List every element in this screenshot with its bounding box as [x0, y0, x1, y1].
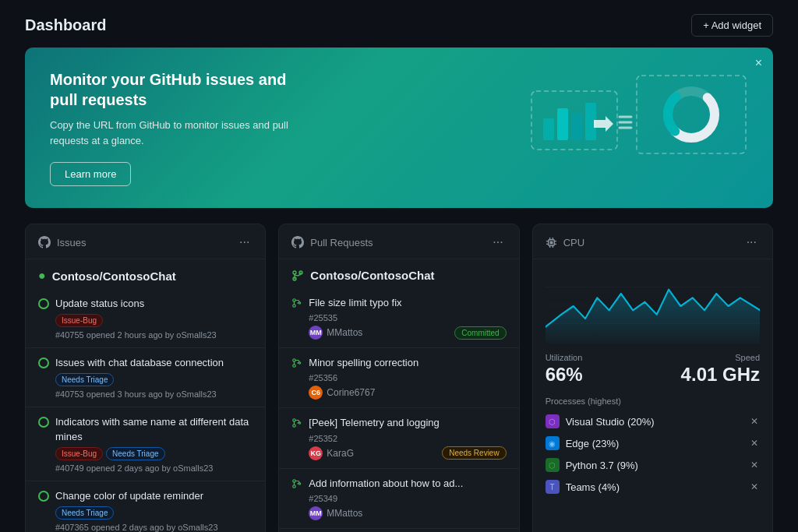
learn-more-button[interactable]: Learn more [50, 162, 131, 186]
pr-user: MM MMattos [309, 506, 362, 520]
issue-title: Update status icons [55, 297, 144, 311]
cpu-process-name-teams: Teams (4%) [566, 481, 743, 493]
pr-widget-menu-button[interactable]: ··· [489, 234, 506, 251]
pr-title-row: Add information about how to ad... [291, 477, 506, 491]
pr-title: File size limit typo fix [309, 296, 401, 310]
banner-svg [493, 68, 757, 188]
cpu-speed: Speed 4.01 GHz [681, 353, 760, 386]
utilization-value: 66% [546, 364, 583, 386]
issue-tags: Issue-Bug [55, 314, 252, 327]
pr-title: Minor spelling correction [309, 356, 418, 370]
issues-widget-label-group: Issues [38, 236, 87, 248]
pr-user: KG KaraG [309, 446, 354, 460]
cpu-process-name-python: Python 3.7 (9%) [566, 460, 743, 471]
cpu-process-name-edge: Edge (23%) [566, 438, 743, 449]
issues-widget-menu-button[interactable]: ··· [236, 234, 252, 251]
banner: Monitor your GitHub issues and pull requ… [25, 48, 773, 208]
cpu-process-edge: ◉ Edge (23%) ✕ [533, 432, 772, 454]
pr-item-4: Add information about how to ad... #2534… [279, 469, 518, 529]
tag-triage: Needs Triage [55, 373, 114, 386]
issues-widget-title: Issues [57, 237, 87, 248]
pr-title: [Peek] Telemetry and logging [309, 416, 439, 430]
issue-title: Issues with chat database connection [55, 356, 224, 370]
page-title: Dashboard [25, 16, 106, 34]
issue-tags: Needs Triage [55, 506, 252, 520]
pr-avatar: C6 [309, 386, 323, 400]
cpu-process-close-edge[interactable]: ✕ [749, 436, 760, 450]
svg-point-18 [299, 302, 301, 304]
cpu-stats: Utilization 66% Speed 4.01 GHz [533, 353, 772, 393]
pr-repo-title: Contoso/ContosoChat [279, 259, 518, 288]
issue-item-2: Issues with chat database connection Nee… [26, 348, 265, 407]
tag-triage: Needs Triage [106, 447, 164, 460]
cpu-process-name-vs: Visual Studio (20%) [566, 416, 743, 428]
issue-meta: #40749 opened 2 days ago by oSmalls23 [55, 463, 252, 473]
pr-item-1: File size limit typo fix #25535 MM MMatt… [279, 288, 518, 348]
banner-description: Copy the URL from GitHub to monitor issu… [50, 118, 299, 148]
svg-rect-4 [571, 113, 582, 140]
issue-meta: #40753 opened 3 hours ago by oSmalls23 [55, 389, 252, 399]
pr-open-icon [291, 298, 302, 308]
issue-meta: #407365 opened 2 days ago by oSmalls23 [55, 523, 252, 532]
pr-title: Add information about how to ad... [309, 477, 463, 491]
banner-title: Monitor your GitHub issues and pull requ… [50, 69, 299, 110]
pr-title-row: [Peek] Telemetry and logging [291, 416, 506, 430]
main-grid: Issues ··· ● Contoso/ContosoChat Update … [0, 224, 798, 532]
svg-rect-32 [549, 241, 553, 244]
pr-user: MM MMattos [309, 326, 362, 340]
issue-item-1: Update status icons Issue-Bug #40755 ope… [26, 289, 265, 348]
cpu-chart [533, 259, 772, 353]
pr-title-row: Minor spelling correction [291, 356, 506, 370]
pr-number: #25535 [309, 313, 506, 322]
issue-open-indicator [38, 298, 49, 309]
banner-illustration [477, 48, 773, 208]
cpu-widget-title: CPU [563, 237, 584, 248]
pr-widget-label-group: Pull Requests [291, 236, 373, 248]
pr-widget: Pull Requests ··· Contoso/ContosoChat [278, 224, 519, 532]
issue-title-row: Update status icons [38, 297, 252, 311]
issue-tags: Issue-Bug Needs Triage [55, 447, 252, 460]
pr-widget-header: Pull Requests ··· [279, 224, 518, 259]
cpu-widget-header: CPU ··· [533, 224, 772, 259]
utilization-label: Utilization [546, 353, 583, 362]
pr-avatar: KG [309, 446, 323, 460]
issue-item-4: Change color of update reminder Needs Tr… [26, 481, 265, 532]
cpu-process-close-python[interactable]: ✕ [749, 458, 760, 472]
tag-bug: Issue-Bug [55, 314, 103, 327]
pr-open-icon [291, 478, 302, 489]
pr-badge-committed: Committed [454, 326, 506, 340]
pr-repo-name: Contoso/ContosoChat [310, 269, 434, 282]
cpu-chart-svg [546, 269, 760, 344]
pr-number: #25352 [309, 434, 506, 443]
pr-user: C6 Corine6767 [309, 386, 375, 400]
svg-point-24 [299, 422, 301, 424]
tag-bug: Issue-Bug [55, 447, 103, 460]
pr-user-row: KG KaraG Needs Review [309, 446, 506, 460]
banner-content: Monitor your GitHub issues and pull requ… [50, 69, 299, 186]
issue-title-row: Issues with chat database connection [38, 356, 252, 370]
issue-open-indicator [38, 491, 49, 502]
svg-rect-2 [543, 118, 554, 140]
tag-triage: Needs Triage [55, 506, 114, 520]
pr-number: #25349 [309, 494, 506, 503]
cpu-process-close-vs[interactable]: ✕ [749, 414, 760, 428]
cpu-widget-label-group: CPU [546, 237, 584, 248]
pr-user-row: C6 Corine6767 [309, 386, 506, 400]
pr-user-row: MM MMattos Committed [309, 326, 506, 340]
github-icon-pr [291, 236, 304, 248]
svg-marker-9 [594, 116, 613, 132]
pr-widget-title: Pull Requests [310, 237, 373, 248]
cpu-widget-menu-button[interactable]: ··· [743, 234, 760, 251]
github-icon [38, 236, 51, 248]
pr-item-2: Minor spelling correction #25356 C6 Cori… [279, 348, 518, 408]
python-icon: ⬡ [546, 458, 560, 472]
cpu-utilization: Utilization 66% [546, 353, 583, 386]
cpu-process-close-teams[interactable]: ✕ [749, 480, 760, 494]
pr-number: #25356 [309, 373, 506, 382]
pr-item-3: [Peek] Telemetry and logging #25352 KG K… [279, 408, 518, 468]
add-widget-button[interactable]: + Add widget [691, 14, 773, 37]
teams-icon: T [546, 480, 560, 494]
cpu-process-teams: T Teams (4%) ✕ [533, 476, 772, 498]
svg-point-27 [299, 482, 301, 484]
pr-avatar: MM [309, 506, 323, 520]
